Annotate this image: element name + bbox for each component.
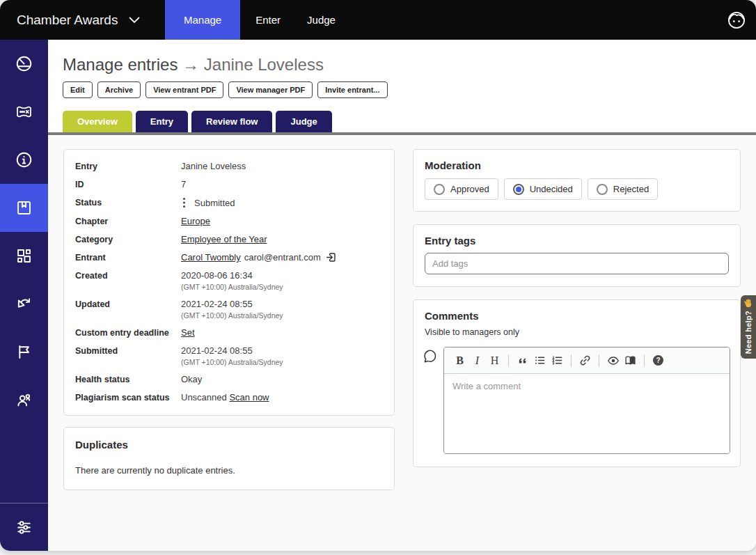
tab-overview[interactable]: Overview [63,111,132,132]
impersonate-icon[interactable] [326,252,336,263]
duplicates-panel: Duplicates There are currently no duplic… [63,427,395,490]
sidebar-item-categories[interactable] [0,232,48,280]
chevron-down-icon [129,17,140,24]
tab-bar: Overview Entry Review flow Judge [63,111,756,132]
detail-row-submitted: Submitted 2021-02-24 08:55 (GMT +10:00) … [75,345,383,366]
detail-row-category: Category Employee of the Year [75,234,383,244]
submitted-timezone: (GMT +10:00) Australia/Sydney [181,358,283,366]
scan-now-link[interactable]: Scan now [229,392,269,402]
sidebar-spacer [0,424,48,503]
invite-entrant-button[interactable]: Invite entrant... [317,81,387,98]
detail-row-entry: Entry Janine Loveless [75,161,383,171]
preview-eye-icon[interactable] [604,352,622,370]
add-tags-input[interactable] [425,253,729,274]
radio-undecided[interactable] [513,184,524,195]
sliders-icon [15,518,33,537]
set-deadline-link[interactable]: Set [181,327,195,338]
heading-icon[interactable]: H [486,352,503,370]
topnav-manage[interactable]: Manage [165,0,240,40]
moderation-options: Approved Undecided Rejected [425,178,729,200]
entry-tags-panel: Entry tags [413,224,741,287]
detail-row-entrant: Entrant Carol Twombly carol@entrant.com [75,252,383,263]
moderation-panel: Moderation Approved Undecided Rejecte [413,149,741,212]
detail-row-id: ID 7 [75,179,383,189]
guide-book-icon[interactable] [622,352,639,370]
entry-details-panel: Entry Janine Loveless ID 7 Status [63,149,395,416]
sidebar-item-chapters[interactable] [0,88,48,136]
toolbar-separator [644,354,645,367]
top-bar: Chamber Awards Manage Enter Judge [0,0,756,40]
moderation-undecided-option[interactable]: Undecided [504,178,582,200]
comment-toolbar: B I H [444,347,730,374]
quote-icon[interactable] [514,352,531,370]
clock-icon [15,54,33,73]
radio-rejected[interactable] [597,184,608,195]
detail-row-status: Status Submitted [75,197,383,208]
speech-bubble-icon [422,348,438,364]
user-avatar-icon[interactable] [727,10,746,30]
comments-visibility-note: Visible to managers only [425,327,730,337]
sidebar-item-flags[interactable] [0,328,48,376]
category-link[interactable]: Employee of the Year [181,234,267,244]
page-header: Manage entries → Janine Loveless Edit Ar… [48,40,756,132]
detail-row-updated: Updated 2021-02-24 08:55 (GMT +10:00) Au… [75,299,383,320]
chapter-link[interactable]: Europe [181,216,210,226]
bold-icon[interactable]: B [451,352,468,370]
sidebar-item-review-flows[interactable] [0,280,48,328]
toolbar-separator [508,354,509,367]
toolbar-separator [599,354,599,367]
page-title: Manage entries → Janine Loveless [63,55,756,75]
need-help-label: Need help? [744,311,753,354]
blocks-icon [15,247,33,265]
moderation-rejected-option[interactable]: Rejected [588,178,658,200]
detail-row-plagiarism: Plagiarism scan status Unscanned Scan no… [75,392,383,402]
tab-entry[interactable]: Entry [136,111,188,132]
sidebar [0,40,48,551]
status-menu-kebab-icon[interactable] [181,197,187,208]
italic-icon[interactable]: I [468,352,486,370]
comments-title: Comments [425,310,730,322]
edit-button[interactable]: Edit [63,81,93,98]
flow-arrow-icon [15,295,33,313]
duplicates-message: There are currently no duplicate entries… [75,465,383,476]
status-value: Submitted [194,198,235,208]
ordered-list-icon[interactable] [549,352,566,370]
sidebar-item-info[interactable] [0,136,48,184]
detail-row-created: Created 2020-08-06 16:34 (GMT +10:00) Au… [75,270,383,291]
radio-approved[interactable] [434,184,445,195]
map-icon [15,102,33,121]
unordered-list-icon[interactable] [531,352,549,370]
topnav-enter[interactable]: Enter [244,0,292,40]
view-entrant-pdf-button[interactable]: View entrant PDF [145,81,223,98]
sidebar-item-users[interactable] [0,376,48,424]
toolbar-separator [571,354,572,367]
need-help-tab[interactable]: Need help? [741,295,756,359]
moderation-approved-option[interactable]: Approved [425,178,498,200]
duplicates-title: Duplicates [75,439,383,451]
help-icon[interactable]: ? [649,352,667,370]
comments-panel: Comments Visible to managers only B I [413,299,741,467]
tab-judge[interactable]: Judge [276,111,331,132]
entries-book-icon [15,198,33,217]
info-icon [15,150,33,169]
comment-editor: B I H [443,347,730,454]
entry-tags-title: Entry tags [425,235,729,247]
detail-row-custom-deadline: Custom entry deadline Set [75,327,383,338]
topnav-judge[interactable]: Judge [296,0,347,40]
sidebar-item-deadlines[interactable] [0,40,48,88]
content-area: Entry Janine Loveless ID 7 Status [48,135,756,551]
archive-button[interactable]: Archive [97,81,141,98]
entrant-email: carol@entrant.com [244,252,321,263]
view-manager-pdf-button[interactable]: View manager PDF [228,81,313,98]
detail-row-chapter: Chapter Europe [75,216,383,226]
sidebar-item-settings[interactable] [0,503,48,551]
moderation-title: Moderation [425,159,729,171]
comment-input[interactable] [444,374,730,453]
breadcrumb-arrow: → [182,55,199,74]
link-icon[interactable] [576,352,594,370]
sidebar-item-entries[interactable] [0,184,48,232]
entry-name: Janine Loveless [204,55,324,74]
tab-review-flow[interactable]: Review flow [191,111,272,132]
entrant-link[interactable]: Carol Twombly [181,252,241,263]
app-switcher[interactable]: Chamber Awards [0,0,165,40]
